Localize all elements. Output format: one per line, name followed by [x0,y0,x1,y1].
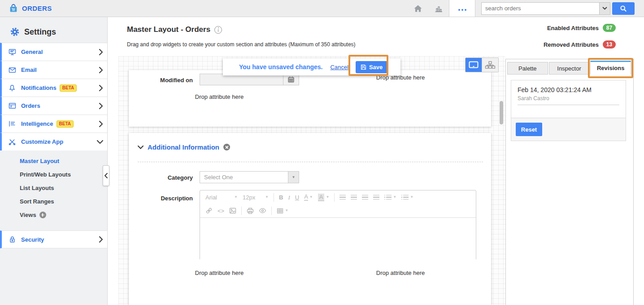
enabled-attributes-label: Enabled Attributes [547,25,599,31]
home-button[interactable] [408,0,428,17]
org-chart-icon [485,61,496,69]
underline-button[interactable]: U [295,194,299,200]
text-color-button[interactable]: A▼ [304,194,313,201]
home-icon [413,4,422,13]
envelope-icon [8,66,17,73]
sidebar-item-orders[interactable]: Orders [0,97,107,115]
align-center-icon [351,195,357,200]
bullet-list-button[interactable]: ▼ [384,195,396,200]
code-view-button[interactable]: <> [218,208,224,214]
category-selected-value: Select One [200,172,288,183]
bell-icon [8,84,17,92]
sidebar-item-security[interactable]: Security [0,230,107,248]
canvas-scrollbar-thumb[interactable] [500,101,503,124]
highlight-color-button[interactable]: A▼ [318,194,330,201]
ellipsis-icon [457,4,467,13]
chevron-down-icon [602,7,607,10]
insert-table-button[interactable]: ▼ [277,208,288,214]
removed-attributes-label: Removed Attributes [544,41,599,48]
align-center-button[interactable] [351,195,357,200]
link-icon [205,207,213,214]
monitor-icon [468,61,479,69]
page-subtitle: Drag and drop widgets to create your cus… [127,41,356,48]
cancel-link[interactable]: Cancel [330,64,348,71]
calendar-button[interactable] [283,74,299,85]
sidebar-item-general[interactable]: General [0,43,107,61]
sidebar-item-print-web-layouts[interactable]: Print/Web Layouts [20,171,107,178]
desktop-view-button[interactable] [466,58,482,72]
drop-zone[interactable]: Drop attribute here [310,270,491,276]
newspaper-icon [8,102,17,109]
report-lines-icon [8,120,17,127]
description-textarea[interactable] [200,217,476,260]
sidebar-item-master-layout[interactable]: Master Layout [20,158,107,164]
section-divider [138,162,483,162]
sidebar-item-sort-ranges[interactable]: Sort Ranges [20,198,107,205]
app-logo[interactable]: ORDERS [0,4,52,13]
eye-icon [259,208,266,213]
save-button[interactable]: Save [356,61,387,73]
revision-author: Sarah Castro [518,95,619,105]
revision-date: Feb 14, 2020 03:21:24 AM [518,86,619,93]
layout-section-top: Modified on Drop attribute here [129,70,491,127]
align-left-button[interactable] [339,195,346,200]
tab-revisions[interactable]: Revisions [590,61,631,75]
chevron-down-icon [97,140,103,144]
top-bar: ORDERS [0,0,644,17]
justify-button[interactable] [373,195,379,200]
monitor-icon [8,49,17,56]
numbered-list-icon [401,195,409,200]
floppy-disk-icon [361,64,366,70]
bullet-list-icon [384,195,392,200]
sidebar-collapse-handle[interactable] [103,165,109,186]
gear-icon [10,27,20,37]
link-button[interactable] [205,207,213,214]
search-icon [620,5,627,12]
search-input[interactable] [481,2,600,15]
search-button[interactable] [612,2,635,15]
editor-toolbar-row-1: Arial▼ 12px▼ B I U A▼ A▼ [200,190,476,204]
align-right-button[interactable] [362,195,368,200]
date-input[interactable] [200,74,283,85]
page-title: Master Layout - Orders [127,25,222,34]
drop-zone[interactable]: Drop attribute here [129,93,310,100]
revisions-card: Feb 14, 2020 03:21:24 AM Sarah Castro Re… [511,80,626,141]
tab-palette[interactable]: Palette [507,62,548,75]
drop-zone[interactable]: Drop attribute here [129,270,310,276]
description-label: Description [129,195,193,202]
view-mode-toggle [465,57,499,72]
category-select[interactable]: Select One ▼ [200,171,299,183]
chevron-right-icon [99,85,103,91]
remove-section-icon[interactable] [223,144,230,150]
add-view-icon[interactable] [39,212,46,218]
align-left-icon [339,195,346,200]
bold-button[interactable]: B [279,194,283,200]
sidebar-item-list-layouts[interactable]: List Layouts [20,185,107,191]
print-button[interactable] [247,208,254,214]
insert-image-button[interactable] [229,208,236,214]
font-family-select[interactable]: Arial▼ [205,194,238,200]
sidebar-item-customize-app[interactable]: Customize App [0,133,107,150]
search-scope-dropdown[interactable] [599,2,610,15]
font-size-select[interactable]: 12px▼ [243,194,269,200]
align-right-icon [362,195,368,200]
chevron-right-icon [99,49,103,55]
numbered-list-button[interactable]: ▼ [401,195,413,200]
removed-attributes-badge: 13 [603,40,616,49]
chevron-left-icon [104,173,108,178]
revision-list-item[interactable]: Feb 14, 2020 03:21:24 AM Sarah Castro [511,80,626,105]
tab-inspector[interactable]: Inspector [549,62,590,75]
italic-button[interactable]: I [288,194,290,200]
info-icon[interactable] [214,26,222,34]
sidebar-item-notifications[interactable]: Notifications BETA [0,79,107,97]
more-menu-button[interactable] [449,0,475,17]
sidebar-item-views[interactable]: Views [20,212,107,218]
collapse-section-icon[interactable] [138,146,144,149]
reset-button[interactable]: Reset [516,123,542,136]
panel-tabs: Palette Inspector Revisions [506,59,633,75]
sidebar-item-intelligence[interactable]: Intelligence BETA [0,115,107,133]
tree-view-button[interactable] [482,58,498,72]
preview-button[interactable] [259,208,266,213]
analytics-button[interactable] [428,0,449,17]
sidebar-item-email[interactable]: Email [0,61,107,79]
